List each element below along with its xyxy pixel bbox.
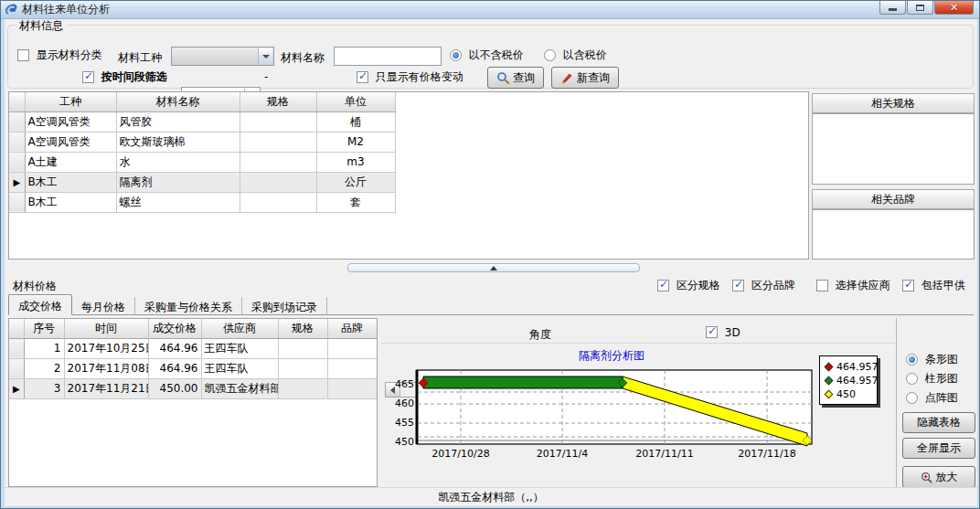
brand-distinct-checkbox-box[interactable] xyxy=(732,280,744,292)
col-header-supplier[interactable]: 供应商 xyxy=(201,319,278,338)
row-selector[interactable] xyxy=(9,192,25,212)
tab-monthly-price[interactable]: 每月价格 xyxy=(72,297,135,314)
col-header-date[interactable]: 时间 xyxy=(64,319,148,338)
col-header-no[interactable]: 序号 xyxy=(24,319,64,338)
show-category-checkbox-box[interactable] xyxy=(17,49,29,61)
table-row[interactable]: A土建 水 m3 xyxy=(9,152,395,172)
cell-spec[interactable] xyxy=(240,192,316,212)
select-supplier-checkbox-box[interactable] xyxy=(816,280,828,292)
cell-work-type[interactable]: A空调风管类 xyxy=(25,132,116,152)
close-button[interactable]: ✕ xyxy=(934,1,974,15)
table-row[interactable]: 1 2017年10月25日 464.96 王四车队 xyxy=(9,338,377,358)
table-row-selected[interactable]: ▶ 3 2017年11月21日 450.00 凯强五金材料部 xyxy=(9,378,377,398)
cell-spec[interactable] xyxy=(278,338,327,358)
price-change-checkbox-box[interactable] xyxy=(357,71,368,83)
cell-name[interactable]: 水 xyxy=(116,152,240,172)
row-selector[interactable] xyxy=(9,152,25,172)
cell-name[interactable]: 风管胶 xyxy=(116,111,240,132)
cell-work-type[interactable]: A土建 xyxy=(25,152,116,172)
cell-date[interactable]: 2017年11月21日 xyxy=(64,378,148,398)
col-header-brand[interactable]: 品牌 xyxy=(327,319,377,338)
cell-brand[interactable] xyxy=(327,378,377,398)
zoom-in-button[interactable]: 放大 xyxy=(902,466,975,488)
related-brands-list[interactable] xyxy=(812,209,975,260)
cell-spec[interactable] xyxy=(278,358,327,378)
cell-no[interactable]: 2 xyxy=(24,358,64,378)
no-tax-radio[interactable]: 以不含税价 xyxy=(450,48,524,63)
table-row[interactable]: B木工 螺丝 套 xyxy=(9,192,395,212)
col-header-spec[interactable]: 规格 xyxy=(278,319,327,338)
row-selector[interactable] xyxy=(9,358,24,378)
spec-distinct-checkbox[interactable]: 区分规格 xyxy=(657,278,720,293)
table-row[interactable]: A空调风管类 欧文斯玻璃棉 M2 xyxy=(9,132,395,152)
cell-unit[interactable]: 套 xyxy=(316,192,395,212)
time-filter-checkbox-box[interactable] xyxy=(82,71,94,83)
with-tax-radio[interactable]: 以含税价 xyxy=(544,48,607,63)
work-type-combobox[interactable] xyxy=(171,47,274,66)
row-selector[interactable] xyxy=(9,132,25,152)
title-bar[interactable]: 材料往来单位分析 ✕ xyxy=(1,1,979,19)
tab-arrival-record[interactable]: 采购到场记录 xyxy=(242,297,327,314)
threed-checkbox-box[interactable] xyxy=(706,326,718,338)
cell-price[interactable]: 464.96 xyxy=(148,358,201,378)
col-header-work-type[interactable]: 工种 xyxy=(25,92,116,111)
table-row-selected[interactable]: ▶ B木工 隔离剂 公斤 xyxy=(9,172,395,192)
minimize-button[interactable] xyxy=(879,1,906,15)
cell-unit[interactable]: m3 xyxy=(316,152,395,172)
column-chart-radio-circle[interactable] xyxy=(906,373,918,385)
dot-chart-radio[interactable]: 点阵图 xyxy=(906,390,958,406)
cell-brand[interactable] xyxy=(327,358,377,378)
cell-unit[interactable]: 公斤 xyxy=(316,172,395,192)
cell-supplier[interactable]: 王四车队 xyxy=(201,358,278,378)
select-supplier-checkbox[interactable]: 选择供应商 xyxy=(816,278,890,293)
tab-deal-price[interactable]: 成交价格 xyxy=(8,294,72,315)
new-query-button[interactable]: 新查询 xyxy=(551,67,619,89)
cell-supplier[interactable]: 王四车队 xyxy=(201,338,278,358)
cell-date[interactable]: 2017年11月08日 xyxy=(64,358,148,378)
bar-chart-radio-circle[interactable] xyxy=(906,354,918,366)
with-tax-radio-circle[interactable] xyxy=(544,49,556,61)
include-owner-supply-checkbox-box[interactable] xyxy=(902,280,914,292)
cell-name[interactable]: 隔离剂 xyxy=(116,172,240,192)
column-chart-radio[interactable]: 柱形图 xyxy=(906,371,958,387)
cell-brand[interactable] xyxy=(327,338,377,358)
cell-spec[interactable] xyxy=(240,132,316,152)
cell-no[interactable]: 1 xyxy=(24,338,64,358)
maximize-button[interactable] xyxy=(907,1,933,15)
dot-chart-radio-circle[interactable] xyxy=(906,392,918,404)
time-filter-checkbox[interactable]: 按时间段筛选 xyxy=(82,69,167,85)
cell-date[interactable]: 2017年10月25日 xyxy=(64,338,148,358)
cell-unit[interactable]: 桶 xyxy=(316,111,395,132)
cell-spec[interactable] xyxy=(278,378,327,398)
col-header-price[interactable]: 成交价格 xyxy=(148,319,201,338)
tab-qty-price-relation[interactable]: 采购量与价格关系 xyxy=(135,297,242,314)
no-tax-radio-circle[interactable] xyxy=(450,49,462,61)
spec-distinct-checkbox-box[interactable] xyxy=(657,280,669,292)
related-specs-header[interactable]: 相关规格 xyxy=(812,93,975,113)
table-row[interactable]: 2 2017年11月08日 464.96 王四车队 xyxy=(9,358,377,378)
cell-no[interactable]: 3 xyxy=(24,378,64,398)
row-selector-current[interactable]: ▶ xyxy=(9,172,25,192)
price-change-checkbox[interactable]: 只显示有价格变动 xyxy=(357,69,463,85)
cell-spec[interactable] xyxy=(240,172,316,192)
work-type-dropdown-button[interactable] xyxy=(258,48,272,64)
cell-work-type[interactable]: B木工 xyxy=(25,172,116,192)
cell-work-type[interactable]: B木工 xyxy=(25,192,116,212)
cell-price[interactable]: 464.96 xyxy=(148,338,201,358)
cell-unit[interactable]: M2 xyxy=(316,132,395,152)
related-brands-header[interactable]: 相关品牌 xyxy=(812,189,975,209)
show-category-checkbox[interactable]: 显示材料分类 xyxy=(17,48,102,63)
row-selector-current[interactable]: ▶ xyxy=(9,378,24,398)
cell-spec[interactable] xyxy=(240,111,316,132)
splitter-handle[interactable] xyxy=(347,263,640,272)
cell-work-type[interactable]: A空调风管类 xyxy=(25,111,116,132)
cell-spec[interactable] xyxy=(240,152,316,172)
row-selector[interactable] xyxy=(9,338,24,358)
fullscreen-button[interactable]: 全屏显示 xyxy=(902,438,975,459)
material-name-input[interactable] xyxy=(334,47,442,66)
col-header-name[interactable]: 材料名称 xyxy=(116,92,240,111)
cell-name[interactable]: 欧文斯玻璃棉 xyxy=(116,132,240,152)
threed-checkbox[interactable]: 3D xyxy=(706,325,740,339)
cell-supplier[interactable]: 凯强五金材料部 xyxy=(201,378,278,398)
table-row[interactable]: A空调风管类 风管胶 桶 xyxy=(9,111,395,132)
